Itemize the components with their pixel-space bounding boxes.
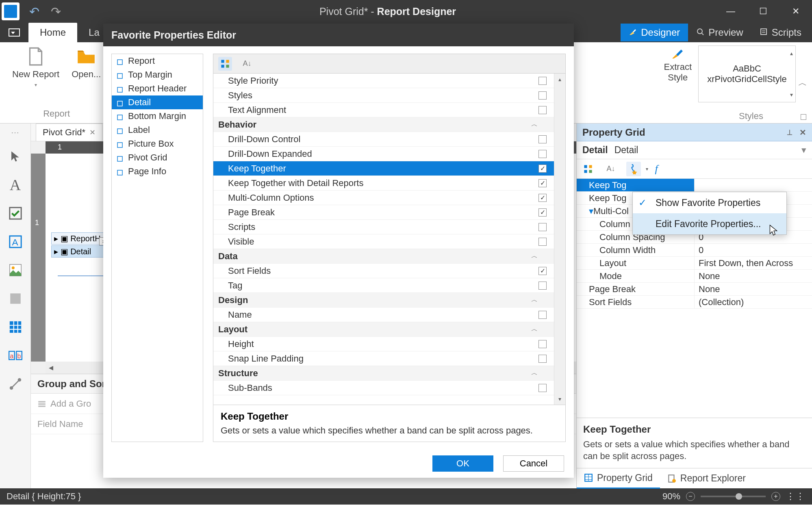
new-report-button[interactable]: New Report ▾ [12,46,59,88]
minimize-button[interactable]: — [714,0,747,23]
tree-item[interactable]: Label [112,123,203,137]
property-checkbox[interactable] [531,340,554,348]
property-item[interactable]: Styles [213,88,554,103]
property-category[interactable]: Layout︿ [213,322,554,337]
property-row[interactable]: ModeNone [577,270,812,283]
property-item[interactable]: Name [213,308,554,322]
property-row[interactable]: Sort Fields(Collection) [577,296,812,309]
favorites-dropdown-button[interactable]: ▾ [626,162,641,176]
dropdown-icon[interactable]: ▾ [801,145,806,156]
property-item[interactable]: Height [213,337,554,351]
property-checkbox[interactable] [531,238,554,246]
gallery-up-icon[interactable]: ▴ [790,50,793,56]
undo-button[interactable]: ↶ [29,4,39,19]
close-icon[interactable]: ✕ [89,128,96,137]
maximize-button[interactable]: ☐ [747,0,779,23]
zoom-in-button[interactable]: + [771,492,780,501]
gallery-down-icon[interactable]: ▾ [790,91,793,98]
ribbon-collapse-button[interactable]: ︿ [798,77,807,89]
tab-report-explorer[interactable]: Report Explorer [660,469,753,488]
alphabetical-button[interactable]: A↓ [604,162,618,176]
property-item[interactable]: Sort Fields✓ [213,264,554,278]
property-checkbox[interactable]: ✓ [531,194,554,202]
property-row[interactable]: Page BreakNone [577,283,812,296]
property-checkbox[interactable] [531,77,554,85]
property-item[interactable]: Tag [213,278,554,293]
table-tool[interactable] [6,318,25,336]
picturebox-tool[interactable] [6,261,25,280]
label-tool[interactable]: A [6,176,25,194]
property-item[interactable]: Drill-Down Control [213,132,554,147]
tab-preview[interactable]: Preview [688,24,751,41]
zoom-out-button[interactable]: − [686,492,695,501]
tree-item[interactable]: Top Margin [112,68,203,82]
property-category[interactable]: Design︿ [213,293,554,308]
line-tool[interactable] [6,375,25,393]
property-checkbox[interactable] [531,223,554,231]
property-item[interactable]: Drill-Down Expanded [213,147,554,161]
property-checkbox[interactable] [531,384,554,392]
property-checkbox[interactable] [531,355,554,363]
styles-popout-icon[interactable] [801,114,806,120]
property-item[interactable]: Snap Line Padding [213,351,554,366]
menu-show-favorites[interactable]: ✓ Show Favorite Properties [633,192,786,213]
property-checkbox[interactable] [531,106,554,114]
tab-home[interactable]: Home [28,23,77,42]
property-checkbox[interactable] [531,135,554,143]
property-checkbox[interactable] [531,91,554,100]
tree-item[interactable]: Picture Box [112,137,203,151]
zoom-slider[interactable] [701,496,766,497]
document-tab[interactable]: Pivot Grid* ✕ [36,124,102,141]
property-row[interactable]: Keep Tog [577,179,812,192]
richtext-tool[interactable]: A [6,232,25,251]
property-checkbox[interactable]: ✓ [531,267,554,275]
app-icon[interactable] [2,2,20,20]
property-item[interactable]: Text Alignment [213,103,554,117]
property-item[interactable]: Page Break✓ [213,205,554,220]
file-menu-button[interactable] [0,23,28,42]
open-button[interactable]: Open... [72,46,101,88]
charactercomb-tool[interactable]: ab [6,346,25,365]
style-gallery[interactable]: AaBbC xrPivotGridCellStyle ▴ ▾ [698,46,796,102]
property-item[interactable]: Multi-Column Options✓ [213,191,554,205]
pin-icon[interactable]: ⟂ [787,128,792,137]
property-item[interactable]: Keep Together✓ [213,161,554,176]
tree-item[interactable]: Bottom Margin [112,109,203,123]
tree-item[interactable]: Page Info [112,165,203,178]
tab-property-grid[interactable]: Property Grid [577,468,660,489]
tree-item[interactable]: Detail [112,95,203,109]
extract-style-button[interactable]: Extract Style [664,46,692,83]
dialog-element-tree[interactable]: ReportTop MarginReport HeaderDetailBotto… [111,54,203,442]
categorized-button[interactable] [581,162,595,176]
ok-button[interactable]: OK [432,455,493,472]
tree-item[interactable]: Report [112,54,203,68]
property-item[interactable]: Visible [213,234,554,249]
close-panel-icon[interactable]: ✕ [799,128,806,137]
toolbox-grip[interactable]: ⋯ [11,128,20,137]
property-checkbox[interactable]: ✓ [531,208,554,217]
tab-designer[interactable]: Designer [621,24,688,41]
property-item[interactable]: Keep Together with Detail Reports✓ [213,176,554,191]
pointer-tool[interactable] [6,147,25,166]
property-row[interactable]: Column Width0 [577,244,812,257]
property-category[interactable]: Structure︿ [213,366,554,381]
property-checkbox[interactable] [531,282,554,290]
property-item[interactable]: Style Priority [213,74,554,88]
property-item[interactable]: Scripts [213,220,554,234]
property-checkbox[interactable] [531,311,554,319]
tree-item[interactable]: Report Header [112,82,203,95]
dialog-property-list[interactable]: Style PriorityStylesText AlignmentBehavi… [213,74,554,405]
property-checkbox[interactable]: ✓ [531,179,554,187]
property-checkbox[interactable] [531,150,554,158]
panel-tool[interactable] [6,289,25,308]
cancel-button[interactable]: Cancel [503,455,564,472]
close-button[interactable]: ✕ [779,0,812,23]
tree-item[interactable]: Pivot Grid [112,151,203,165]
checkbox-tool[interactable] [6,204,25,223]
object-selector[interactable]: Detail Detail ▾ [577,141,812,159]
expressions-button[interactable]: f [649,162,664,176]
property-category[interactable]: Behavior︿ [213,117,554,132]
zoom-grip-icon[interactable]: ⋮⋮ [786,491,805,502]
menu-edit-favorites[interactable]: Edit Favorite Properties... [633,213,786,234]
tab-scripts[interactable]: Scripts [751,24,810,41]
